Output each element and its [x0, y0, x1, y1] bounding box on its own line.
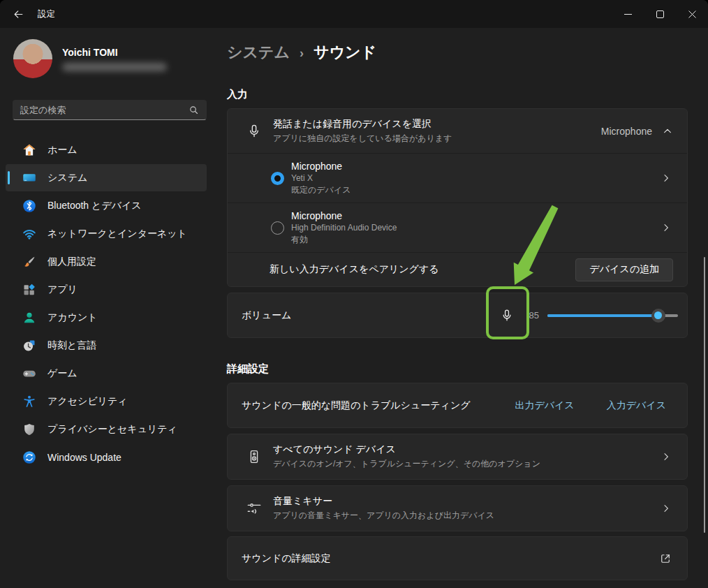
active-indicator: [8, 171, 10, 184]
more-sound-settings-label: サウンドの詳細設定: [242, 552, 331, 565]
input-device-selector-card: 発話または録音用のデバイスを選択 アプリに独自の設定をしている場合があります M…: [227, 108, 688, 287]
volume-value: 85: [526, 310, 539, 321]
sidebar-item-label: アプリ: [47, 284, 78, 296]
clock-language-icon: [22, 339, 36, 353]
sidebar-item-label: ホーム: [47, 144, 78, 156]
radio-unselected[interactable]: [271, 221, 284, 235]
sidebar-item-apps[interactable]: アプリ: [6, 276, 207, 303]
external-link-icon: [659, 552, 672, 565]
sidebar-item-label: ゲーム: [47, 367, 78, 380]
device-option-device: High Definition Audio Device: [291, 223, 397, 233]
microphone-icon: [246, 124, 262, 139]
sidebar-item-label: ネットワークとインターネット: [47, 228, 187, 240]
sidebar-item-time-language[interactable]: 時刻と言語: [6, 332, 207, 359]
device-option-name: Microphone: [291, 161, 351, 172]
titlebar: 設定: [0, 0, 708, 28]
sidebar-nav: ホーム システム Bluetooth とデバイス: [6, 136, 207, 471]
sidebar-item-label: システム: [47, 172, 87, 184]
wifi-icon: [22, 227, 36, 241]
user-name: Yoichi TOMI: [62, 47, 167, 58]
volume-mixer-subtitle: アプリの音量ミキサー、アプリの入力および出力デバイス: [273, 510, 494, 522]
device-selector-header[interactable]: 発話または録音用のデバイスを選択 アプリに独自の設定をしている場合があります M…: [228, 109, 687, 153]
volume-slider-fill: [547, 314, 658, 317]
sidebar-item-label: アカウント: [47, 311, 98, 324]
more-sound-settings-card[interactable]: サウンドの詳細設定: [227, 536, 688, 580]
sidebar-item-windows-update[interactable]: Windows Update: [6, 443, 207, 471]
sidebar-item-label: 時刻と言語: [47, 339, 96, 352]
breadcrumb: システム › サウンド: [227, 42, 688, 63]
output-devices-link[interactable]: 出力デバイス: [515, 399, 574, 412]
user-avatar: [13, 39, 52, 78]
sidebar-item-privacy-security[interactable]: プライバシーとセキュリティ: [6, 416, 207, 443]
sidebar-item-accessibility[interactable]: アクセシビリティ: [6, 388, 207, 415]
chevron-right-icon: [661, 503, 672, 514]
add-device-button[interactable]: デバイスの追加: [575, 258, 673, 281]
page-title: サウンド: [314, 42, 376, 63]
system-icon: [22, 171, 36, 185]
back-arrow-icon: [13, 8, 24, 20]
sidebar-item-network-internet[interactable]: ネットワークとインターネット: [6, 220, 207, 247]
search-icon: [189, 105, 199, 115]
breadcrumb-separator: ›: [300, 46, 304, 61]
volume-row: ボリューム 85: [228, 293, 687, 337]
settings-search-input[interactable]: 設定の検索: [13, 100, 207, 120]
sidebar-item-personalization[interactable]: 個人用設定: [6, 248, 207, 275]
account-icon: [22, 311, 36, 325]
volume-slider[interactable]: [547, 309, 678, 323]
pair-device-row: 新しい入力デバイスをペアリングする デバイスの追加: [228, 253, 687, 286]
selected-device-value: Microphone: [601, 126, 652, 137]
sidebar-item-label: プライバシーとセキュリティ: [47, 423, 177, 436]
sidebar-item-accounts[interactable]: アカウント: [6, 304, 207, 331]
chevron-right-icon[interactable]: [661, 222, 672, 233]
gamepad-icon: [22, 367, 36, 381]
device-option-name: Microphone: [291, 210, 397, 221]
radio-selected[interactable]: [271, 172, 284, 185]
scrollbar-thumb[interactable]: [704, 257, 706, 533]
chevron-right-icon[interactable]: [661, 172, 672, 184]
breadcrumb-system[interactable]: システム: [227, 42, 290, 63]
microphone-volume-icon[interactable]: [500, 309, 514, 323]
sidebar-item-label: 個人用設定: [47, 256, 96, 268]
back-button[interactable]: [4, 1, 32, 27]
troubleshoot-label: サウンドの一般的な問題のトラブルシューティング: [242, 399, 471, 412]
all-sound-devices-card[interactable]: すべてのサウンド デバイス デバイスのオン/オフ、トラブルシューティング、その他…: [227, 434, 688, 480]
apps-icon: [22, 283, 36, 297]
sidebar-item-system[interactable]: システム: [6, 164, 207, 191]
device-option-device: Yeti X: [291, 173, 351, 183]
chevron-up-icon[interactable]: [662, 126, 673, 137]
pair-device-label: 新しい入力デバイスをペアリングする: [270, 263, 439, 276]
sidebar-item-gaming[interactable]: ゲーム: [6, 360, 207, 387]
search-placeholder: 設定の検索: [20, 104, 189, 117]
sidebar-item-bluetooth-devices[interactable]: Bluetooth とデバイス: [6, 192, 207, 219]
input-section-heading: 入力: [227, 88, 688, 102]
sidebar-item-label: Bluetooth とデバイス: [47, 200, 142, 212]
user-profile[interactable]: Yoichi TOMI: [0, 38, 216, 79]
settings-window: 設定 Yoichi TOMI 設定の検索: [0, 0, 708, 588]
close-icon: [688, 10, 696, 18]
volume-mixer-title: 音量ミキサー: [273, 495, 494, 508]
home-icon: [22, 143, 36, 157]
window-controls: [612, 0, 708, 28]
close-button[interactable]: [676, 0, 708, 28]
brush-icon: [22, 255, 36, 269]
shield-icon: [22, 422, 36, 436]
input-devices-link[interactable]: 入力デバイス: [607, 399, 666, 412]
device-selector-title: 発話または録音用のデバイスを選択: [273, 118, 452, 131]
troubleshoot-card: サウンドの一般的な問題のトラブルシューティング 出力デバイス 入力デバイス: [227, 383, 688, 428]
volume-mixer-icon: [246, 501, 262, 516]
sidebar-item-home[interactable]: ホーム: [6, 136, 207, 163]
volume-slider-thumb[interactable]: [651, 309, 665, 323]
volume-mixer-card[interactable]: 音量ミキサー アプリの音量ミキサー、アプリの入力および出力デバイス: [227, 485, 688, 531]
accessibility-icon: [22, 395, 36, 409]
volume-card: ボリューム 85: [227, 293, 688, 338]
sidebar: Yoichi TOMI 設定の検索 ホーム: [0, 28, 216, 588]
minimize-button[interactable]: [612, 0, 644, 28]
advanced-section-heading: 詳細設定: [227, 362, 688, 376]
update-icon: [22, 450, 36, 464]
sidebar-item-label: アクセシビリティ: [47, 395, 128, 408]
device-option-yeti-x[interactable]: Microphone Yeti X 既定のデバイス: [228, 154, 687, 203]
device-option-hd-audio[interactable]: Microphone High Definition Audio Device …: [228, 203, 687, 252]
maximize-button[interactable]: [644, 0, 676, 28]
device-selector-subtitle: アプリに独自の設定をしている場合があります: [273, 133, 452, 145]
sidebar-item-label: Windows Update: [47, 452, 121, 463]
